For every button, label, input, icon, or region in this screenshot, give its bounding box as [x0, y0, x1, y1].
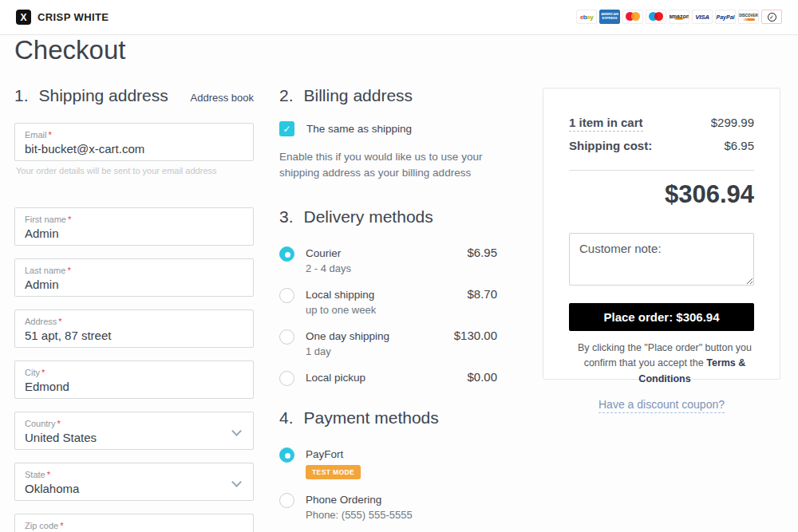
maestro-icon — [646, 10, 666, 24]
items-in-cart-link[interactable]: 1 item in cart — [569, 116, 643, 132]
option-label: PayFort — [306, 448, 343, 460]
shipping-address-section: 1. Shipping address Address book Email* … — [14, 86, 254, 532]
last-name-field[interactable]: Last name* Admin — [14, 258, 254, 297]
payment-option-phone[interactable]: Phone Ordering Phone: (555) 555-5555 — [279, 492, 497, 521]
brand-name: CRISP WHITE — [38, 11, 109, 23]
shipping-cost-value: $6.95 — [724, 139, 754, 152]
required-mark: * — [57, 419, 61, 428]
section-title: Shipping address — [39, 86, 168, 105]
first-name-field[interactable]: First name* Admin — [14, 207, 254, 246]
amazon-icon: amazon — [669, 10, 689, 24]
address-field[interactable]: Address* 51 apt, 87 street — [14, 309, 254, 348]
ebay-icon: ebay — [576, 10, 597, 24]
place-order-button[interactable]: Place order: $306.94 — [569, 303, 754, 331]
section-number: 4. — [279, 408, 294, 428]
delivery-heading: 3. Delivery methods — [279, 207, 497, 227]
option-note: Phone: (555) 555-5555 — [306, 509, 497, 521]
city-label: City — [25, 368, 40, 377]
items-total-value: $299.99 — [711, 116, 754, 129]
customer-note-input[interactable] — [569, 233, 754, 286]
radio-checked-icon[interactable] — [279, 447, 294, 463]
checkmark-icon: ✓ — [282, 124, 290, 135]
paypal-icon: PayPal — [715, 10, 736, 24]
visa-icon: VISA — [692, 10, 713, 24]
required-mark: * — [68, 215, 71, 224]
delivery-option-local-shipping[interactable]: Local shipping up to one week $8.70 — [279, 287, 497, 316]
section-title: Payment methods — [304, 408, 439, 428]
radio-unchecked-icon[interactable] — [279, 329, 294, 345]
option-price: $130.00 — [454, 329, 497, 342]
required-mark: * — [67, 266, 70, 275]
email-field[interactable]: Email* bit-bucket@x-cart.com — [14, 123, 254, 161]
brand-logo[interactable]: X CRISP WHITE — [16, 10, 109, 25]
cart-summary-card: 1 item in cart $299.99 Shipping cost: $6… — [543, 88, 780, 380]
delivery-option-one-day[interactable]: One day shipping 1 day $130.00 — [279, 329, 497, 357]
test-mode-badge: TEST MODE — [306, 465, 361, 479]
delivery-options: Courier 2 - 4 days $6.95 Local shipping … — [279, 246, 497, 386]
option-price: $8.70 — [467, 287, 497, 301]
option-note: 1 day — [306, 345, 448, 357]
top-header: X CRISP WHITE ebay AMERICAN EXPRESS amaz… — [0, 0, 798, 35]
required-mark: * — [41, 368, 45, 377]
option-label: Courier — [306, 247, 341, 259]
terms-notice: By clicking the "Place order" button you… — [569, 341, 760, 387]
xcart-logo-icon: X — [16, 10, 31, 25]
middle-column: 2. Billing address ✓ The same as shippin… — [279, 86, 497, 532]
same-as-shipping-checkbox[interactable]: ✓ The same as shipping — [279, 121, 497, 136]
section-number: 3. — [279, 207, 294, 227]
state-label: State — [25, 470, 45, 479]
mastercard-icon — [622, 10, 643, 24]
country-value: United States — [25, 431, 243, 444]
discount-coupon-link[interactable]: Have a discount coupon? — [598, 398, 725, 413]
payment-options: PayFort TEST MODE Phone Ordering Phone: … — [279, 447, 497, 532]
shipping-heading: 1. Shipping address — [14, 86, 168, 105]
required-mark: * — [49, 130, 52, 140]
delivery-option-local-pickup[interactable]: Local pickup $0.00 — [279, 370, 497, 386]
radio-unchecked-icon[interactable] — [279, 493, 294, 508]
option-label: Phone Ordering — [306, 494, 381, 506]
address-label: Address — [25, 317, 57, 326]
state-value: Oklahoma — [25, 482, 243, 495]
checkbox-label: The same as shipping — [306, 123, 412, 135]
state-select[interactable]: State* Oklahoma — [14, 463, 254, 501]
section-title: Billing address — [304, 86, 413, 105]
option-price: $0.00 — [467, 370, 497, 384]
address-value: 51 apt, 87 street — [25, 329, 243, 342]
required-mark: * — [47, 470, 50, 479]
american-express-icon: AMERICAN EXPRESS — [599, 10, 620, 24]
order-summary-column: 1 item in cart $299.99 Shipping cost: $6… — [543, 88, 780, 412]
email-value: bit-bucket@x-cart.com — [25, 142, 243, 156]
zip-code-field[interactable]: Zip code* — [14, 514, 254, 532]
option-label: Local pickup — [306, 372, 365, 384]
echeck-icon: ✓ — [761, 10, 782, 24]
city-value: Edmond — [25, 380, 243, 393]
radio-checked-icon[interactable] — [279, 246, 294, 262]
country-select[interactable]: Country* United States — [14, 412, 254, 450]
address-book-link[interactable]: Address book — [191, 92, 255, 104]
required-mark: * — [60, 521, 63, 530]
radio-unchecked-icon[interactable] — [279, 371, 294, 386]
payment-icons-strip: ebay AMERICAN EXPRESS amazon VISA PayPal… — [576, 10, 782, 24]
radio-unchecked-icon[interactable] — [279, 288, 294, 303]
email-helper-text: Your order details will be sent to your … — [16, 166, 254, 175]
section-number: 1. — [14, 86, 29, 105]
payment-option-payfort[interactable]: PayFort TEST MODE — [279, 447, 497, 479]
required-mark: * — [58, 317, 61, 326]
discover-icon: DISCOVER — [738, 10, 759, 24]
option-label: One day shipping — [306, 330, 389, 342]
checkbox-checked-icon[interactable]: ✓ — [279, 121, 294, 136]
option-price: $6.95 — [467, 246, 497, 259]
email-label: Email — [25, 130, 47, 140]
last-name-label: Last name — [25, 266, 65, 275]
option-note: up to one week — [306, 304, 460, 316]
billing-helper-text: Enable this if you would like us to use … — [279, 149, 511, 180]
page-title: Checkout — [14, 35, 125, 65]
summary-divider — [569, 170, 754, 171]
delivery-option-courier[interactable]: Courier 2 - 4 days $6.95 — [279, 246, 497, 274]
zip-code-label: Zip code — [25, 521, 58, 530]
first-name-label: First name — [25, 215, 66, 224]
country-label: Country — [25, 419, 56, 428]
first-name-value: Admin — [25, 227, 243, 240]
city-field[interactable]: City* Edmond — [14, 361, 254, 399]
payment-heading: 4. Payment methods — [279, 408, 497, 428]
